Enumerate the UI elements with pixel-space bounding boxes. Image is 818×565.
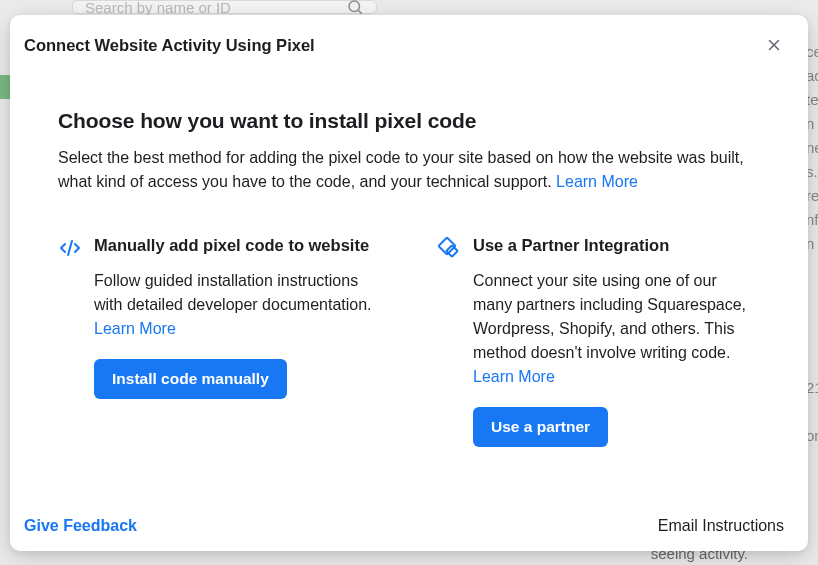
option-partner-content: Use a Partner Integration Connect your s… [473,234,760,447]
learn-more-link[interactable]: Learn More [556,173,638,190]
use-a-partner-button[interactable]: Use a partner [473,407,608,447]
option-manual-description: Follow guided installation instructions … [94,269,381,341]
option-partner-learn-more-link[interactable]: Learn More [473,368,555,385]
email-instructions-link[interactable]: Email Instructions [658,517,784,535]
pixel-install-modal: Connect Website Activity Using Pixel Cho… [10,15,808,551]
background-search-placeholder: Search by name or ID [85,0,231,16]
install-options: Manually add pixel code to website Follo… [58,234,760,447]
partner-icon [437,236,461,260]
option-partner-title: Use a Partner Integration [473,234,760,257]
svg-line-4 [68,241,72,255]
modal-body: Choose how you want to install pixel cod… [10,71,808,503]
main-description-text: Select the best method for adding the pi… [58,149,744,190]
option-partner-description: Connect your site using one of our many … [473,269,760,389]
main-heading: Choose how you want to install pixel cod… [58,109,760,133]
close-icon [765,36,783,54]
modal-title: Connect Website Activity Using Pixel [24,36,315,55]
main-description: Select the best method for adding the pi… [58,146,760,194]
modal-header: Connect Website Activity Using Pixel [10,15,808,71]
install-code-manually-button[interactable]: Install code manually [94,359,287,399]
option-partner-description-text: Connect your site using one of our many … [473,272,746,361]
code-icon [58,236,82,260]
close-button[interactable] [760,31,788,59]
option-manual-title: Manually add pixel code to website [94,234,381,257]
svg-line-1 [358,10,361,13]
background-search-field: Search by name or ID [72,0,377,14]
option-manual-content: Manually add pixel code to website Follo… [94,234,381,399]
give-feedback-link[interactable]: Give Feedback [24,517,137,535]
option-manual: Manually add pixel code to website Follo… [58,234,381,447]
search-icon [346,0,364,16]
svg-point-0 [349,1,360,12]
svg-rect-6 [446,245,457,256]
option-partner: Use a Partner Integration Connect your s… [437,234,760,447]
option-manual-learn-more-link[interactable]: Learn More [94,320,176,337]
modal-footer: Give Feedback Email Instructions [10,503,808,551]
option-manual-description-text: Follow guided installation instructions … [94,272,372,313]
